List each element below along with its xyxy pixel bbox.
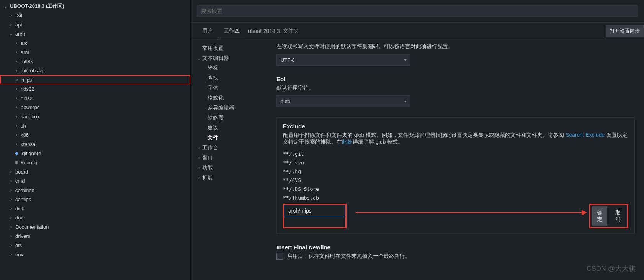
insert-newline-checkbox[interactable] — [276, 253, 283, 260]
tree-item-common[interactable]: ›common — [0, 185, 190, 195]
tab-workspace[interactable]: 工作区 — [218, 23, 245, 39]
exclude-link-search[interactable]: Search: Exclude — [566, 132, 605, 138]
settings-outline: 常用设置 ⌄文本编辑器 光标 查找 字体 格式化 差异编辑器 缩略图 建议 文件… — [191, 39, 275, 280]
outline-text-editor[interactable]: ⌄文本编辑器 — [192, 53, 273, 63]
outline-window[interactable]: ›窗口 — [192, 153, 273, 163]
chevron-icon: › — [15, 77, 20, 82]
chevron-icon: › — [14, 40, 19, 46]
tree-item-arch[interactable]: ⌄arch — [0, 29, 190, 38]
tree-item-cmd[interactable]: ›cmd — [0, 176, 190, 185]
exclude-link-here[interactable]: 此处 — [342, 139, 353, 145]
insert-newline-title: Insert Final Newline — [276, 244, 635, 251]
outline-minimap[interactable]: 缩略图 — [192, 113, 273, 123]
exclude-pattern-item[interactable]: **/.git — [283, 149, 628, 158]
chevron-icon: › — [8, 233, 14, 239]
tree-item-nios2[interactable]: ›nios2 — [0, 93, 190, 103]
chevron-down-icon: ▾ — [404, 58, 406, 62]
tree-item-label: xtensa — [21, 141, 35, 147]
outline-diff[interactable]: 差异编辑器 — [192, 103, 273, 113]
tree-item-label: arm — [21, 49, 29, 55]
exclude-pattern-item[interactable]: **/.hg — [283, 167, 628, 176]
eol-desc: 默认行尾字符。 — [276, 85, 635, 92]
tree-item-doc[interactable]: ›doc — [0, 213, 190, 222]
setting-encoding: 在读取和写入文件时使用的默认字符集编码。可以按语言对此项进行配置。 UTF-8 … — [276, 43, 635, 66]
outline-cursor[interactable]: 光标 — [192, 63, 273, 73]
git-file-icon: ◆ — [14, 151, 19, 156]
chevron-icon: › — [8, 196, 14, 202]
tree-item-arc[interactable]: ›arc — [0, 38, 190, 47]
outline-format[interactable]: 格式化 — [192, 93, 273, 103]
tree-item-dts[interactable]: ›dts — [0, 241, 190, 250]
exclude-pattern-item[interactable]: **/.svn — [283, 158, 628, 167]
tree-item-arm[interactable]: ›arm — [0, 47, 190, 57]
tree-item-xil[interactable]: ›.Xil — [0, 11, 190, 20]
tree-root-row[interactable]: ⌄ UBOOT-2018.3 (工作区) — [0, 2, 190, 11]
tree-item-disk[interactable]: ›disk — [0, 204, 190, 213]
exclude-cancel-button[interactable]: 取消 — [610, 206, 626, 226]
tree-item-api[interactable]: ›api — [0, 20, 190, 29]
chevron-icon: › — [14, 141, 19, 147]
tree-item-board[interactable]: ›board — [0, 167, 190, 176]
tree-item-configs[interactable]: ›configs — [0, 195, 190, 204]
setting-insert-final-newline: Insert Final Newline 启用后，保存文件时在文件末尾插入一个最… — [276, 244, 635, 260]
outline-find[interactable]: 查找 — [192, 73, 273, 83]
chevron-icon: › — [8, 169, 14, 174]
exclude-add-input[interactable] — [284, 205, 345, 216]
tree-item-sh[interactable]: ›sh — [0, 121, 190, 130]
chevron-icon: › — [14, 68, 19, 73]
tree-item-sandbox[interactable]: ›sandbox — [0, 112, 190, 121]
chevron-icon: › — [8, 178, 14, 183]
file-explorer: ⌄ UBOOT-2018.3 (工作区) ›.Xil›api⌄arch›arc›… — [0, 0, 191, 280]
outline-files[interactable]: 文件 — [192, 133, 273, 143]
outline-features[interactable]: ›功能 — [192, 163, 273, 173]
settings-scope-tabs: 用户 工作区 uboot-2018.3 文件夹 打开设置同步 — [191, 23, 644, 39]
tree-item-microblaze[interactable]: ›microblaze — [0, 66, 190, 75]
encoding-desc: 在读取和写入文件时使用的默认字符集编码。可以按语言对此项进行配置。 — [276, 43, 635, 50]
chevron-icon: › — [8, 252, 14, 257]
setting-eol: Eol 默认行尾字符。 auto ▾ — [276, 76, 635, 107]
exclude-pattern-item[interactable]: **/.DS_Store — [283, 185, 628, 193]
tab-folder-suffix: 文件夹 — [283, 23, 302, 39]
tree-item-label: dts — [15, 242, 22, 248]
outline-font[interactable]: 字体 — [192, 83, 273, 93]
tree-item-label: nios2 — [21, 95, 33, 101]
outline-extensions[interactable]: ›扩展 — [192, 173, 273, 183]
exclude-pattern-list: **/.git**/.svn**/.hg**/CVS**/.DS_Store**… — [283, 149, 628, 202]
chevron-icon: › — [14, 105, 19, 110]
tree-item-label: microblaze — [21, 68, 45, 74]
tree-item-label: nds32 — [21, 86, 34, 92]
tree-item-label: cmd — [15, 178, 25, 184]
open-settings-sync-button[interactable]: 打开设置同步 — [606, 25, 644, 37]
tree-item-gitignore[interactable]: ◆.gitignore — [0, 149, 190, 158]
exclude-ok-button[interactable]: 确定 — [592, 206, 607, 226]
settings-search-input[interactable] — [197, 5, 638, 17]
outline-workbench[interactable]: ›工作台 — [192, 143, 273, 153]
encoding-select[interactable]: UTF-8 ▾ — [276, 54, 410, 66]
tree-item-documentation[interactable]: ›Documentation — [0, 222, 190, 231]
tree-item-m68k[interactable]: ›m68k — [0, 57, 190, 66]
outline-suggest[interactable]: 建议 — [192, 123, 273, 133]
tab-user[interactable]: 用户 — [197, 23, 218, 39]
outline-common[interactable]: 常用设置 — [192, 43, 273, 53]
tree-item-x86[interactable]: ›x86 — [0, 130, 190, 139]
tree-item-label: x86 — [21, 132, 29, 138]
chevron-icon: › — [14, 114, 19, 119]
tree-item-label: board — [15, 169, 28, 175]
tab-folder-name[interactable]: uboot-2018.3 — [245, 23, 283, 39]
chevron-icon: › — [8, 224, 14, 229]
tree-item-kconfig[interactable]: ≡Kconfig — [0, 158, 190, 167]
tree-item-label: doc — [15, 215, 23, 221]
tree-item-label: arc — [21, 40, 28, 46]
tree-item-drivers[interactable]: ›drivers — [0, 231, 190, 241]
exclude-pattern-item[interactable]: **/Thumbs.db — [283, 193, 628, 202]
eol-select[interactable]: auto ▾ — [276, 95, 410, 107]
tree-item-xtensa[interactable]: ›xtensa — [0, 139, 190, 149]
insert-newline-desc: 启用后，保存文件时在文件末尾插入一个最终新行。 — [287, 253, 410, 260]
tree-item-powerpc[interactable]: ›powerpc — [0, 103, 190, 112]
exclude-pattern-item[interactable]: **/CVS — [283, 176, 628, 185]
tree-item-label: disk — [15, 206, 24, 211]
tree-item-nds32[interactable]: ›nds32 — [0, 84, 190, 93]
tree-item-mips[interactable]: ›mips — [0, 75, 190, 84]
chevron-down-icon: ⌄ — [3, 3, 8, 9]
tree-item-env[interactable]: ›env — [0, 250, 190, 259]
